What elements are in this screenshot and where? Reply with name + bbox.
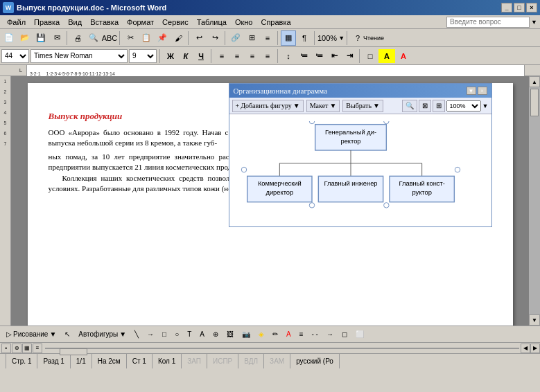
svg-text:Главный инженер: Главный инженер bbox=[324, 180, 377, 187]
title-bar-buttons[interactable]: _ □ × bbox=[501, 3, 537, 12]
scroll-up-button[interactable]: ▲ bbox=[529, 76, 540, 87]
border-button[interactable]: □ bbox=[363, 49, 377, 63]
menu-table[interactable]: Таблица bbox=[193, 17, 231, 28]
3d-button[interactable]: ⬜ bbox=[352, 328, 367, 341]
menu-edit[interactable]: Правка bbox=[30, 17, 64, 28]
align-justify-button[interactable]: ≡ bbox=[261, 49, 275, 63]
line-style-button[interactable]: ≡ bbox=[296, 328, 307, 341]
read-button[interactable]: Чтение bbox=[366, 30, 381, 46]
paste-button[interactable]: 📌 bbox=[155, 30, 170, 46]
zoom-value: 100% bbox=[317, 34, 337, 42]
redo-button[interactable]: ↪ bbox=[207, 30, 223, 46]
scrollbar-thumb[interactable] bbox=[530, 89, 539, 116]
undo-button[interactable]: ↩ bbox=[191, 30, 207, 46]
underline-button[interactable]: Ч bbox=[194, 49, 208, 63]
bold-button[interactable]: Ж bbox=[164, 49, 177, 63]
org-panel-minimize-btn[interactable]: ▼ bbox=[467, 87, 476, 95]
arrow-style-button[interactable]: → bbox=[323, 328, 337, 341]
menu-help[interactable]: Справка bbox=[256, 17, 295, 28]
menu-insert[interactable]: Вставка bbox=[86, 17, 123, 28]
doc-map-button[interactable]: ¶ bbox=[297, 30, 312, 46]
diagram-button[interactable]: ⊕ bbox=[209, 328, 222, 341]
line-button[interactable]: ╲ bbox=[131, 328, 142, 341]
org-zoom-icon[interactable]: ⊠ bbox=[419, 100, 431, 112]
clipart-button[interactable]: 🖼 bbox=[223, 328, 237, 341]
fill-color-button[interactable]: ◈ bbox=[255, 328, 268, 341]
style-select[interactable]: 44 bbox=[1, 49, 29, 63]
format-painter-button[interactable]: 🖌 bbox=[171, 30, 186, 46]
open-button[interactable]: 📂 bbox=[17, 30, 33, 46]
menu-view[interactable]: Вид bbox=[64, 17, 86, 28]
layout-button[interactable]: Макет ▼ bbox=[306, 100, 340, 112]
align-right-button[interactable]: ≡ bbox=[245, 49, 259, 63]
draw-button[interactable]: ▦ bbox=[281, 30, 296, 46]
view-web-button[interactable]: ⊕ bbox=[12, 344, 21, 353]
line-spacing-button[interactable]: ↕ bbox=[281, 49, 295, 63]
image-button[interactable]: 📷 bbox=[238, 328, 254, 341]
italic-button[interactable]: К bbox=[179, 49, 193, 63]
copy-button[interactable]: 📋 bbox=[139, 30, 154, 46]
scroll-down-button[interactable]: ▼ bbox=[529, 314, 540, 326]
search-input[interactable] bbox=[446, 17, 530, 28]
menu-file[interactable]: Файл bbox=[3, 17, 30, 28]
arrow-button[interactable]: → bbox=[143, 328, 157, 341]
org-panel-close-btn[interactable]: × bbox=[478, 87, 487, 95]
drawing-menu-button[interactable]: ▷ Рисование ▼ bbox=[3, 328, 60, 341]
close-button[interactable]: × bbox=[526, 3, 537, 12]
select-objects-button[interactable]: ↖ bbox=[61, 328, 73, 341]
autoshapes-arrow: ▼ bbox=[119, 330, 126, 338]
size-select[interactable]: 9 bbox=[129, 49, 157, 63]
menu-tools[interactable]: Сервис bbox=[158, 17, 193, 28]
increase-indent-button[interactable]: ⇥ bbox=[342, 49, 356, 63]
numbering-button[interactable]: ≔ bbox=[312, 49, 326, 63]
print-preview-button[interactable]: 🔍 bbox=[86, 30, 101, 46]
shadow-button[interactable]: ◻ bbox=[338, 328, 351, 341]
autoshapes-button[interactable]: Автофигуры ▼ bbox=[75, 328, 130, 341]
menu-format[interactable]: Формат bbox=[123, 17, 158, 28]
wordart-button[interactable]: A bbox=[196, 328, 208, 341]
highlight-button[interactable]: A bbox=[378, 49, 395, 63]
scroll-left-button[interactable]: ◀ bbox=[521, 344, 530, 353]
org-fit-button[interactable]: ⊞ bbox=[433, 100, 445, 112]
table-button[interactable]: ⊞ bbox=[244, 30, 259, 46]
align-center-button[interactable]: ≡ bbox=[230, 49, 244, 63]
menu-window[interactable]: Окно bbox=[231, 17, 257, 28]
view-outline-button[interactable]: ≡ bbox=[33, 344, 42, 353]
zoom-dropdown-icon[interactable]: ▼ bbox=[338, 35, 345, 42]
h-scrollbar-thumb[interactable] bbox=[60, 348, 87, 355]
add-shape-button[interactable]: + Добавить фигуру ▼ bbox=[232, 100, 304, 112]
textbox-button[interactable]: T bbox=[184, 328, 195, 341]
org-zoom-out-button[interactable]: 🔍 bbox=[402, 100, 417, 112]
oval-button[interactable]: ○ bbox=[171, 328, 182, 341]
view-normal-button[interactable]: ▪ bbox=[1, 344, 11, 353]
align-left-button[interactable]: ≡ bbox=[215, 49, 229, 63]
bullets-button[interactable]: ≔ bbox=[297, 49, 311, 63]
new-button[interactable]: 📄 bbox=[1, 30, 17, 46]
spell-button[interactable]: ABC bbox=[102, 30, 117, 46]
save-button[interactable]: 💾 bbox=[33, 30, 49, 46]
maximize-button[interactable]: □ bbox=[514, 3, 525, 12]
email-button[interactable]: ✉ bbox=[49, 30, 64, 46]
font-select[interactable]: Times New Roman bbox=[31, 49, 128, 63]
rect-button[interactable]: □ bbox=[159, 328, 170, 341]
cut-button[interactable]: ✂ bbox=[123, 30, 138, 46]
scrollbar-track[interactable] bbox=[529, 87, 540, 314]
decrease-indent-button[interactable]: ⇤ bbox=[327, 49, 341, 63]
sep-f2 bbox=[211, 49, 212, 63]
hyperlink-button[interactable]: 🔗 bbox=[228, 30, 243, 46]
print-button[interactable]: 🖨 bbox=[70, 30, 85, 46]
org-panel-title-bar: Организационная диаграмма ▼ × bbox=[229, 84, 491, 98]
font-color-draw-button[interactable]: A bbox=[283, 328, 295, 341]
ruler-v-mark: 5 bbox=[4, 121, 7, 125]
minimize-button[interactable]: _ bbox=[501, 3, 512, 12]
dash-style-button[interactable]: - - bbox=[308, 328, 321, 341]
font-color-button[interactable]: A bbox=[397, 49, 410, 63]
columns-button[interactable]: ≡ bbox=[260, 30, 275, 46]
org-zoom-select[interactable]: 100% bbox=[446, 100, 481, 112]
select-button[interactable]: Выбрать ▼ bbox=[342, 100, 383, 112]
add-shape-arrow-icon: ▼ bbox=[293, 102, 300, 109]
line-color-button[interactable]: ✏ bbox=[269, 328, 281, 341]
scroll-right-button[interactable]: ▶ bbox=[530, 344, 540, 353]
scrollbar-right: ▲ ▼ bbox=[529, 76, 540, 326]
view-print-button[interactable]: ▦ bbox=[22, 344, 32, 353]
